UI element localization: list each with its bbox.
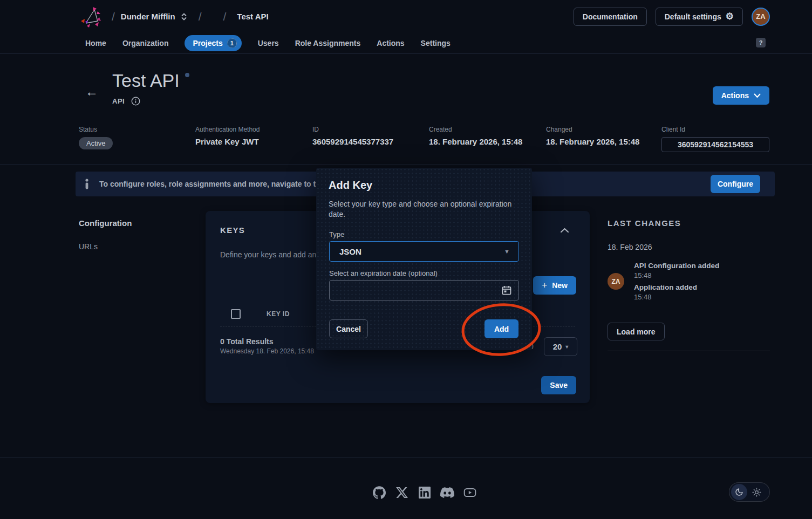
change-entry: API Configuration added 15:48 [634, 262, 719, 279]
new-key-label: New [552, 281, 568, 290]
tab-projects[interactable]: Projects 1 [185, 35, 241, 51]
tab-organization[interactable]: Organization [122, 39, 169, 47]
meta-label: Status [79, 126, 195, 133]
change-entry: Application added 15:48 [634, 283, 697, 301]
column-header-key-id: KEY ID [267, 310, 290, 318]
change-time: 15:48 [634, 293, 697, 301]
projects-count-badge: 1 [227, 38, 237, 48]
meta-label: Created [429, 126, 546, 133]
app-logo-icon[interactable] [80, 5, 101, 28]
change-title: Application added [634, 283, 697, 291]
default-settings-label: Default settings [665, 12, 721, 21]
load-more-button[interactable]: Load more [608, 323, 665, 340]
gear-icon: ⚙ [726, 12, 734, 21]
linkedin-icon[interactable] [418, 486, 432, 500]
info-icon[interactable] [131, 97, 140, 106]
help-button[interactable]: ? [756, 38, 766, 47]
page-header-section: ← Test API API Actions Status Active [0, 54, 812, 165]
app-type-label: API [112, 97, 125, 105]
chevron-down-icon: ▼ [504, 248, 510, 255]
expiration-field-label: Select an expiration date (optional) [329, 269, 438, 277]
cancel-button[interactable]: Cancel [329, 319, 368, 338]
results-summary: 0 Total Results Wednesday 18. Feb 2026, … [220, 337, 314, 355]
results-timestamp: Wednesday 18. Feb 2026, 15:48 [220, 347, 314, 355]
top-bar: / Dunder Mifflin / / Test API Documentat… [0, 0, 812, 33]
org-switcher[interactable]: Dunder Mifflin [121, 12, 188, 22]
keys-title: KEYS [220, 226, 245, 235]
tab-role-assignments[interactable]: Role Assignments [295, 39, 361, 47]
console-screen: / Dunder Mifflin / / Test API Documentat… [0, 0, 812, 519]
type-field-label: Type [329, 230, 344, 238]
org-name: Dunder Mifflin [121, 12, 175, 21]
banner-text: To configure roles, role assignments and… [99, 180, 339, 188]
footer [0, 457, 812, 519]
plus-icon: + [542, 280, 547, 291]
last-changes-panel: LAST CHANGES 18. Feb 2026 ZA API Configu… [608, 218, 770, 359]
breadcrumb-slash: / [223, 10, 227, 23]
meta-row: Status Active Authentication Method Priv… [79, 126, 769, 152]
unfold-more-icon [180, 12, 188, 22]
actions-label: Actions [721, 91, 749, 100]
divider [608, 351, 770, 351]
last-changes-heading: LAST CHANGES [608, 218, 770, 228]
social-links [18, 486, 812, 500]
config-sidebar: Configuration URLs [79, 218, 132, 251]
collapse-chevron-up-icon[interactable] [560, 228, 569, 233]
documentation-button[interactable]: Documentation [574, 8, 647, 26]
meta-value: 360592914545377337 [312, 137, 429, 146]
back-arrow-icon[interactable]: ← [85, 85, 98, 98]
tab-projects-label: Projects [193, 39, 222, 47]
github-icon[interactable] [372, 486, 386, 500]
tab-actions[interactable]: Actions [377, 39, 404, 47]
breadcrumb-slash: / [199, 10, 202, 23]
total-results: 0 Total Results [220, 337, 314, 346]
x-twitter-icon[interactable] [395, 486, 409, 500]
change-time: 15:48 [634, 271, 719, 279]
youtube-icon[interactable] [463, 486, 477, 500]
dialog-title: Add Key [329, 179, 372, 192]
select-all-checkbox[interactable] [231, 309, 241, 319]
status-dot [185, 73, 189, 77]
client-id-value[interactable]: 360592914562154553 [661, 137, 769, 152]
discord-icon[interactable] [440, 486, 454, 500]
meta-label: Changed [546, 126, 661, 133]
add-key-dialog: Add Key Select your key type and choose … [316, 168, 532, 350]
keys-description: Define your keys and add an o [220, 250, 323, 259]
save-button[interactable]: Save [541, 376, 576, 394]
theme-toggle [729, 482, 770, 502]
config-heading: Configuration [79, 218, 132, 228]
changes-date: 18. Feb 2026 [608, 243, 652, 251]
chevron-down-icon: ▾ [565, 344, 568, 350]
light-mode-sun-icon[interactable] [748, 484, 765, 500]
tab-settings[interactable]: Settings [421, 39, 451, 47]
dark-mode-moon-icon[interactable] [731, 484, 747, 500]
info-icon [84, 179, 90, 189]
page-title: Test API [112, 70, 180, 91]
calendar-icon[interactable] [501, 285, 512, 296]
tab-users[interactable]: Users [258, 39, 279, 47]
meta-value: Private Key JWT [195, 137, 312, 146]
page-size-value: 20 [553, 342, 562, 351]
meta-label: ID [312, 126, 429, 133]
dialog-description: Select your key type and choose an optio… [329, 199, 521, 220]
sidebar-item-urls[interactable]: URLs [79, 242, 132, 251]
changes-avatar: ZA [608, 273, 624, 290]
meta-label: Authentication Method [195, 126, 312, 133]
meta-label: Client Id [661, 126, 769, 133]
default-settings-button[interactable]: Default settings ⚙ [656, 8, 743, 26]
user-avatar[interactable]: ZA [752, 8, 770, 26]
configure-button[interactable]: Configure [711, 175, 760, 193]
actions-dropdown-button[interactable]: Actions [713, 86, 769, 105]
new-key-button[interactable]: + New [533, 276, 576, 295]
key-type-select[interactable]: JSON ▼ [329, 241, 519, 262]
change-title: API Configuration added [634, 262, 719, 270]
page-size-select[interactable]: 20 ▾ [544, 337, 577, 356]
status-badge: Active [79, 137, 113, 149]
add-button[interactable]: Add [485, 319, 518, 338]
meta-value: 18. February 2026, 15:48 [429, 137, 546, 146]
meta-value: 18. February 2026, 15:48 [546, 137, 661, 146]
breadcrumb-project[interactable]: Test API [237, 12, 268, 21]
tab-home[interactable]: Home [85, 39, 106, 47]
key-type-value: JSON [339, 247, 361, 256]
expiration-date-input[interactable] [329, 280, 519, 301]
